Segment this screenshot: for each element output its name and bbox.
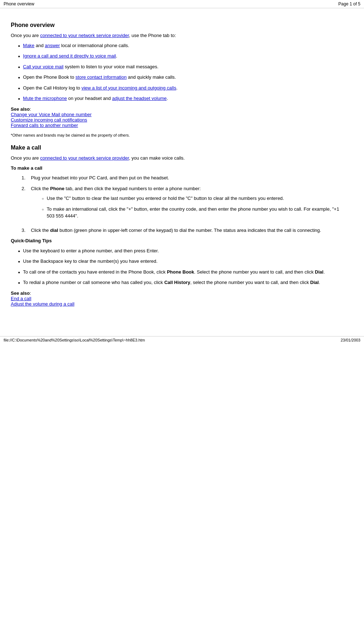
link-call-voicemail[interactable]: Call your voice mail (23, 64, 64, 69)
link-end-call[interactable]: End a call (11, 296, 31, 301)
section2-subheading: To make a call (11, 165, 341, 172)
content-area: Phone overview Once you are connected to… (0, 8, 352, 325)
list-item: Use the "C" button to clear the last num… (42, 195, 341, 202)
list-item: Ignore a call and send it directly to vo… (18, 52, 341, 60)
list-item: To call one of the contacts you have ent… (18, 269, 341, 276)
list-item: 1. Plug your headset into your PC Card, … (22, 174, 341, 182)
list-item: Call your voice mail system to listen to… (18, 63, 341, 70)
section1-heading: Phone overview (11, 22, 341, 28)
section1-see-also: See also: Change your Voice Mail phone n… (11, 106, 341, 128)
quick-dialing-heading: Quick-Dialing Tips (11, 237, 341, 244)
footer-bar: file://C:\Documents%20and%20Settings\so\… (0, 336, 364, 344)
list-item: Open the Phone Book to store contact inf… (18, 74, 341, 81)
list-item: 3. Click the dial button (green phone in… (22, 227, 341, 234)
list-item: 2. Click the Phone tab, and then click t… (22, 185, 341, 223)
link-customize-notifications[interactable]: Customize incoming call notifications (11, 117, 87, 123)
link-answer[interactable]: answer (45, 43, 60, 48)
quick-dialing-bullets: Use the keyboard to enter a phone number… (18, 247, 341, 286)
link-change-voicemail-number[interactable]: Change your Voice Mail phone number (11, 112, 92, 117)
footer-left: file://C:\Documents%20and%20Settings\so\… (4, 338, 145, 342)
title-bar: Phone overview Page 1 of 5 (0, 0, 364, 8)
title-bar-left: Phone overview (4, 1, 34, 6)
section1-intro: Once you are connected to your network s… (11, 32, 341, 39)
link-connected-provider-1[interactable]: connected to your network service provid… (40, 33, 129, 38)
list-item: Mute the microphone on your headset and … (18, 95, 341, 102)
link-connected-provider-2[interactable]: connected to your network service provid… (40, 155, 129, 161)
substeps: Use the "C" button to clear the last num… (42, 195, 341, 220)
link-mute-microphone[interactable]: Mute the microphone (23, 96, 67, 101)
section2-steps: 1. Plug your headset into your PC Card, … (22, 174, 341, 234)
section2-intro: Once you are connected to your network s… (11, 155, 341, 162)
link-store-contact[interactable]: store contact information (75, 74, 126, 80)
link-adjust-volume[interactable]: Adjust the volume during a call (11, 301, 74, 307)
link-adjust-headset-volume[interactable]: adjust the headset volume (112, 96, 167, 101)
list-item: To redial a phone number or call someone… (18, 279, 341, 286)
list-item: Use the keyboard to enter a phone number… (18, 247, 341, 255)
link-view-list[interactable]: view a list of your incoming and outgoin… (82, 85, 176, 91)
link-make[interactable]: Make (23, 43, 34, 48)
link-forward-calls[interactable]: Forward calls to another number (11, 123, 78, 128)
list-item: To make an international call, click the… (42, 206, 341, 220)
list-item: Make and answer local or international p… (18, 42, 341, 49)
list-item: Use the Backspace key to clear the numbe… (18, 258, 341, 265)
section2-see-also: See also: End a call Adjust the volume d… (11, 290, 341, 307)
footer-right: 23/01/2003 (341, 338, 360, 342)
disclaimer: *Other names and brands may be claimed a… (11, 132, 341, 138)
section1-bullets: Make and answer local or international p… (18, 42, 341, 102)
title-bar-right: Page 1 of 5 (338, 1, 360, 6)
list-item: Open the Call History log to view a list… (18, 84, 341, 92)
link-ignore-call[interactable]: Ignore a call and send it directly to vo… (23, 53, 116, 59)
section2-heading: Make a call (11, 145, 341, 151)
